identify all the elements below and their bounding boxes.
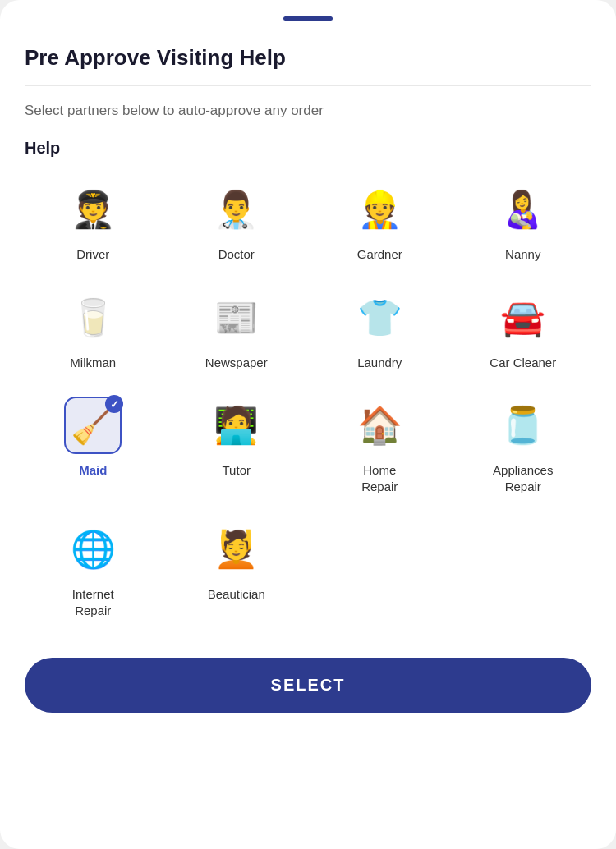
tutor-label: Tutor xyxy=(223,462,251,479)
driver-icon: 🧑‍✈️ xyxy=(64,181,122,238)
laundry-label: Laundry xyxy=(357,355,402,371)
subtitle: Select partners below to auto-approve an… xyxy=(25,103,591,119)
gardner-icon: 👷 xyxy=(351,181,408,238)
divider xyxy=(25,85,591,86)
newspaper-label: Newspaper xyxy=(205,355,268,371)
service-item-car-cleaner[interactable]: 🚘Car Cleaner xyxy=(455,282,592,378)
milkman-label: Milkman xyxy=(70,355,116,371)
nanny-label: Nanny xyxy=(505,246,540,263)
service-item-driver[interactable]: 🧑‍✈️Driver xyxy=(25,174,162,269)
home-repair-icon: 🏠 xyxy=(351,397,408,454)
internet-repair-label: Internet Repair xyxy=(72,586,114,618)
internet-repair-icon: 🌐 xyxy=(64,521,122,578)
newspaper-icon: 📰 xyxy=(208,289,265,346)
doctor-icon: 👨‍⚕️ xyxy=(208,181,265,238)
drag-handle[interactable] xyxy=(283,16,333,21)
beautician-icon: 💆 xyxy=(208,521,265,578)
service-item-home-repair[interactable]: 🏠Home Repair xyxy=(311,390,448,501)
car-cleaner-label: Car Cleaner xyxy=(490,355,556,371)
select-button[interactable]: SELECT xyxy=(25,658,591,713)
service-item-tutor[interactable]: 🧑‍💻Tutor xyxy=(168,390,306,501)
service-item-appliances-repair[interactable]: 🫙Appliances Repair xyxy=(455,390,592,501)
service-item-milkman[interactable]: 🥛Milkman xyxy=(25,282,162,378)
tutor-icon: 🧑‍💻 xyxy=(208,397,265,454)
page-title: Pre Approve Visiting Help xyxy=(25,45,591,71)
beautician-label: Beautician xyxy=(208,586,265,603)
home-repair-label: Home Repair xyxy=(361,462,398,494)
laundry-icon: 👕 xyxy=(351,289,408,346)
service-item-maid[interactable]: 🧹✓Maid xyxy=(25,390,162,501)
gardner-label: Gardner xyxy=(357,246,402,263)
service-item-beautician[interactable]: 💆Beautician xyxy=(168,514,306,625)
appliances-repair-label: Appliances Repair xyxy=(493,462,553,494)
service-item-nanny[interactable]: 👩‍🍼Nanny xyxy=(455,174,592,269)
service-item-internet-repair[interactable]: 🌐Internet Repair xyxy=(25,514,162,625)
service-item-doctor[interactable]: 👨‍⚕️Doctor xyxy=(168,174,306,269)
selected-check-badge: ✓ xyxy=(105,395,123,413)
maid-label: Maid xyxy=(79,462,107,479)
car-cleaner-icon: 🚘 xyxy=(494,289,552,346)
nanny-icon: 👩‍🍼 xyxy=(494,181,552,238)
service-grid: 🧑‍✈️Driver👨‍⚕️Doctor👷Gardner👩‍🍼Nanny🥛Mil… xyxy=(25,174,591,625)
service-item-gardner[interactable]: 👷Gardner xyxy=(311,174,448,269)
modal: Pre Approve Visiting Help Select partner… xyxy=(0,0,616,849)
appliances-repair-icon: 🫙 xyxy=(494,397,552,454)
section-label: Help xyxy=(25,139,591,158)
doctor-label: Doctor xyxy=(218,246,255,263)
driver-label: Driver xyxy=(76,246,109,263)
service-item-laundry[interactable]: 👕Laundry xyxy=(311,282,448,378)
service-item-newspaper[interactable]: 📰Newspaper xyxy=(168,282,306,378)
milkman-icon: 🥛 xyxy=(64,289,122,346)
maid-icon: 🧹✓ xyxy=(64,397,122,454)
